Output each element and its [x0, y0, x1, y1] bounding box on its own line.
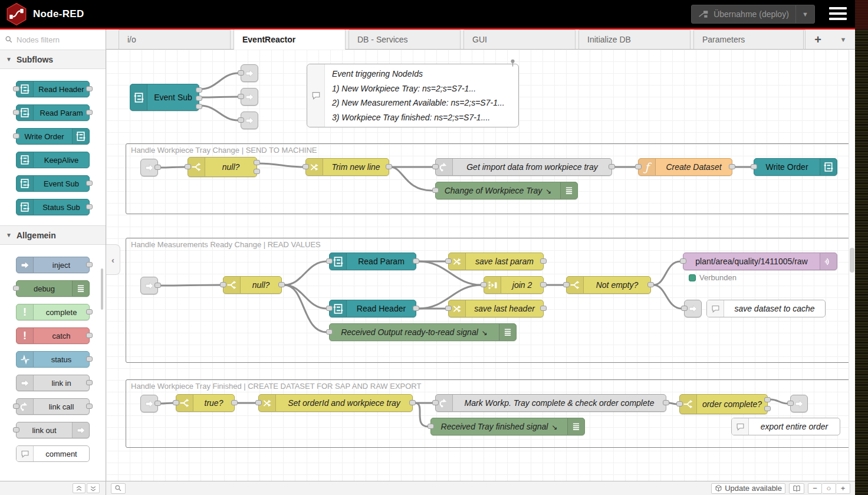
palette-node-read-param[interactable]: Read Param [16, 104, 90, 121]
link-in-icon [144, 163, 154, 173]
flow-tabbar: i/o EventReactor DB - Services GUI Initi… [106, 29, 855, 50]
mqtt-broadcast-icon [820, 253, 837, 270]
main-menu-button[interactable] [829, 7, 847, 20]
node-subflow-write-order[interactable]: Write Order [754, 158, 837, 176]
palette-footer [0, 481, 106, 495]
header-accent-line [0, 28, 855, 29]
sidebar-collapse-handle[interactable]: ‹ [106, 244, 120, 275]
palette-node-read-header[interactable]: Read Header [16, 81, 90, 97]
deploy-label: Übernahme (deploy) [714, 9, 789, 19]
link-out-icon [245, 116, 255, 126]
palette-search-input[interactable] [17, 35, 93, 44]
node-link-out[interactable] [241, 112, 258, 129]
link-out-icon [72, 422, 89, 438]
search-flows-button[interactable] [111, 483, 126, 494]
node-link-in[interactable] [140, 395, 158, 412]
node-link-in[interactable] [140, 277, 158, 294]
palette-node-comment[interactable]: comment [16, 445, 90, 462]
node-switch-null[interactable]: null? [188, 157, 257, 177]
palette-section-allgemein[interactable]: ▼ Allgemein [0, 225, 106, 245]
inject-icon [17, 257, 34, 273]
palette-search[interactable] [0, 29, 106, 50]
palette-node-write-order[interactable]: Write Order [16, 128, 90, 145]
deploy-options-caret[interactable]: ▼ [795, 5, 814, 23]
palette-node-keepalive[interactable]: KeepAlive [16, 152, 90, 168]
tab-gui[interactable]: GUI [463, 29, 576, 49]
node-debug-received-output-signal[interactable]: Received Output ready-to-read signal [329, 323, 517, 341]
tab-parameters[interactable]: Parameters [693, 29, 805, 49]
subflow-icon [72, 129, 89, 144]
node-comment-export-entire-order[interactable]: export entire order [731, 418, 840, 435]
node-switch-true[interactable]: true? [176, 394, 235, 412]
node-link-out[interactable] [241, 64, 258, 82]
zoom-in-button[interactable]: + [836, 483, 850, 494]
node-change-set-orderid[interactable]: Set orderId and workpiece tray [258, 394, 413, 412]
subflow-icon [17, 176, 34, 191]
navigator-button[interactable] [789, 483, 804, 494]
node-mqtt-out[interactable]: plant/area/quality/1411005/raw [683, 253, 837, 270]
node-switch-not-empty[interactable]: Not empty? [566, 276, 651, 294]
node-switch-null[interactable]: null? [223, 276, 282, 294]
comment-line: 2) New Measurement Available: ns=2;s=S7-… [332, 98, 511, 107]
node-link-call-mark-tray-complete[interactable]: Mark Workp. Tray complete & check order … [435, 394, 666, 412]
zoom-reset-button[interactable]: ○ [822, 483, 836, 494]
palette-scrollbar[interactable] [101, 268, 103, 310]
palette-node-status[interactable]: status [16, 351, 90, 368]
palette-node-link-call[interactable]: link call [16, 398, 90, 415]
node-link-call-get-import[interactable]: Get import data from workpiece tray [435, 158, 612, 176]
node-debug-received-tray-finished[interactable]: Received Tray finished signal [430, 418, 585, 435]
node-subflow-read-param[interactable]: Read Param [329, 253, 416, 270]
zoom-out-button[interactable]: − [808, 483, 822, 494]
tab-initialize-db[interactable]: Initialize DB [578, 29, 691, 49]
subflow-icon [130, 84, 147, 110]
palette-node-catch[interactable]: catch [16, 327, 90, 344]
node-change-save-last-param[interactable]: save last param [448, 253, 544, 270]
debug-target-icon [548, 422, 557, 431]
tab-io[interactable]: i/o [119, 29, 231, 49]
palette-node-link-in[interactable]: link in [16, 375, 90, 391]
deploy-icon [698, 9, 709, 19]
canvas-vertical-scrollbar[interactable] [849, 50, 855, 481]
debug-target-icon [542, 186, 551, 195]
node-function-create-dataset[interactable]: Create Dataset [638, 158, 732, 176]
flow-canvas[interactable]: Handle Workpiece Tray Change | SEND TO M… [106, 50, 855, 481]
node-debug-change-of-workpiece-tray[interactable]: Change of Workpiece Tray [435, 182, 578, 199]
node-change-trim-new-line[interactable]: Trim new line [305, 158, 389, 176]
node-link-out[interactable] [790, 395, 808, 412]
node-switch-order-complete[interactable]: order complete? [679, 394, 768, 414]
node-join-2[interactable]: join 2 [484, 276, 544, 294]
comment-bubble-icon [707, 300, 724, 317]
node-link-out[interactable] [241, 88, 258, 106]
node-comment-save-dataset[interactable]: save dataset to cache [706, 300, 826, 317]
deploy-button[interactable]: Übernahme (deploy) ▼ [691, 5, 815, 24]
palette-subflows-list: Read Header Read Param Write Order KeepA… [0, 69, 106, 226]
palette-expand-all-button[interactable] [87, 483, 100, 493]
palette-node-complete[interactable]: complete [16, 304, 90, 320]
node-change-save-last-header[interactable]: save last header [448, 300, 544, 317]
palette-node-event-sub[interactable]: Event Sub [16, 175, 90, 192]
complete-icon [17, 304, 34, 320]
palette-node-debug[interactable]: debug [16, 280, 90, 297]
status-pulse-icon [17, 352, 34, 367]
add-flow-button[interactable]: + [804, 33, 832, 47]
palette-collapse-all-button[interactable] [73, 483, 86, 493]
node-link-out[interactable] [684, 300, 702, 317]
node-event-sub[interactable]: Event Sub [130, 84, 199, 111]
link-out-icon [794, 399, 804, 409]
flow-list-caret[interactable]: ▼ [832, 36, 854, 43]
subflow-icon [17, 152, 34, 168]
tab-db-services[interactable]: DB - Services [348, 29, 461, 49]
search-icon [5, 35, 13, 44]
palette-section-subflows[interactable]: ▼ Subflows [0, 50, 106, 69]
comment-box[interactable]: Event triggering NodeIds 1) New Workpiec… [307, 64, 519, 127]
debug-target-icon [478, 327, 488, 337]
palette-node-link-out[interactable]: link out [16, 422, 90, 438]
node-subflow-read-header[interactable]: Read Header [329, 300, 416, 317]
update-available-button[interactable]: Update available [711, 483, 785, 494]
palette-node-status-sub[interactable]: Status Sub [16, 199, 90, 215]
comment-bubble-icon [17, 446, 34, 461]
tab-eventreactor[interactable]: EventReactor [234, 29, 346, 50]
header: Node-RED Übernahme (deploy) ▼ [0, 0, 855, 28]
palette-node-inject[interactable]: inject [16, 257, 90, 273]
node-link-in[interactable] [140, 159, 158, 176]
